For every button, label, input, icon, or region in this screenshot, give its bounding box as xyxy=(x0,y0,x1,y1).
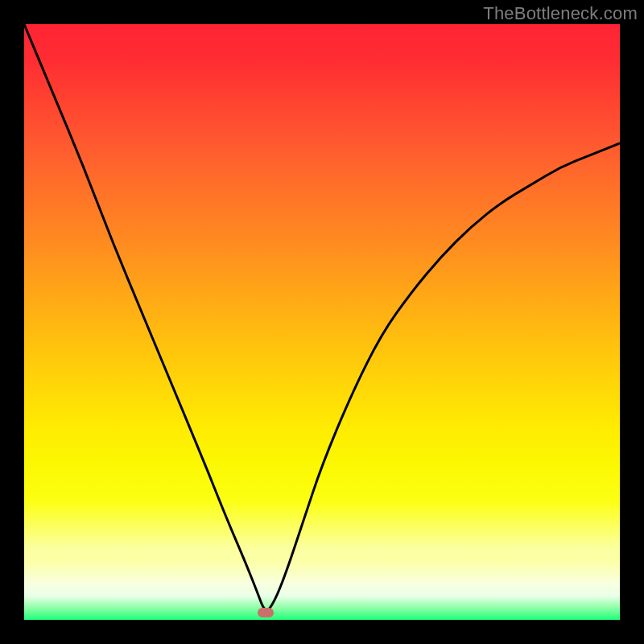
chart-curve-svg xyxy=(24,24,620,620)
bottleneck-curve-path xyxy=(24,24,620,610)
watermark-label: TheBottleneck.com xyxy=(483,3,638,24)
chart-frame xyxy=(24,24,620,620)
optimal-point-marker xyxy=(258,608,274,617)
